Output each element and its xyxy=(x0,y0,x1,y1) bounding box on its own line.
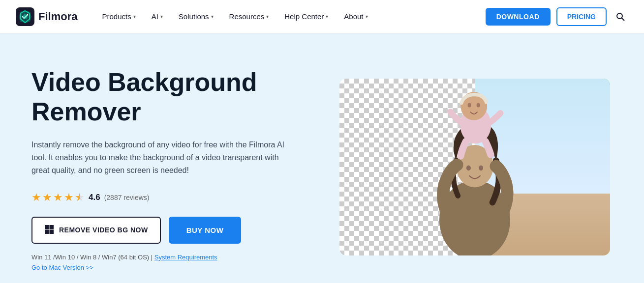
chevron-down-icon: ▾ xyxy=(211,14,214,19)
svg-rect-6 xyxy=(50,229,54,234)
nav-item-about[interactable]: About ▾ xyxy=(337,8,374,25)
system-requirements: Win 11 /Win 10 / Win 8 / Win7 (64 bit OS… xyxy=(31,254,317,261)
people-illustration xyxy=(367,87,583,255)
star-rating: ★ ★ ★ ★ ★ ★ xyxy=(31,191,85,204)
chevron-down-icon: ▾ xyxy=(366,14,368,19)
download-button[interactable]: DOWNLOAD xyxy=(486,8,551,26)
nav-label-solutions: Solutions xyxy=(179,12,209,21)
nav-item-solutions[interactable]: Solutions ▾ xyxy=(172,8,220,25)
nav-label-ai: AI xyxy=(152,12,158,21)
hero-title: Video Background Remover xyxy=(31,68,317,127)
logo-text: Filmora xyxy=(38,10,77,23)
search-button[interactable] xyxy=(613,9,628,25)
navbar: Filmora Products ▾ AI ▾ Solutions ▾ Reso… xyxy=(0,0,644,33)
star-3: ★ xyxy=(53,191,63,204)
search-icon xyxy=(615,12,625,22)
logo[interactable]: Filmora xyxy=(16,7,77,26)
nav-label-help-center: Help Center xyxy=(284,12,324,21)
svg-rect-5 xyxy=(45,229,49,234)
windows-icon xyxy=(44,225,54,236)
hero-image-area xyxy=(337,63,613,271)
cta-buttons: REMOVE VIDEO BG NOW BUY NOW xyxy=(31,217,317,244)
nav-item-products[interactable]: Products ▾ xyxy=(95,8,142,25)
hero-image xyxy=(339,79,610,255)
buy-now-button[interactable]: BUY NOW xyxy=(169,217,242,244)
mac-version-link[interactable]: Go to Mac Version >> xyxy=(31,264,317,271)
nav-label-products: Products xyxy=(102,12,131,21)
chevron-down-icon: ▾ xyxy=(326,14,328,19)
nav-actions: DOWNLOAD PRICING xyxy=(486,7,628,26)
rating-value: 4.6 xyxy=(89,193,100,202)
sys-req-text: Win 11 /Win 10 / Win 8 / Win7 (64 bit OS… xyxy=(31,254,154,261)
svg-rect-4 xyxy=(50,225,54,229)
star-2: ★ xyxy=(42,191,52,204)
nav-item-help-center[interactable]: Help Center ▾ xyxy=(277,8,335,25)
hero-section: Video Background Remover Instantly remov… xyxy=(0,33,644,283)
hero-content: Video Background Remover Instantly remov… xyxy=(31,63,317,271)
system-requirements-link[interactable]: System Requirements xyxy=(154,254,217,261)
chevron-down-icon: ▾ xyxy=(160,14,163,19)
chevron-down-icon: ▾ xyxy=(133,14,136,19)
nav-item-ai[interactable]: AI ▾ xyxy=(145,8,170,25)
remove-bg-label: REMOVE VIDEO BG NOW xyxy=(59,226,148,234)
nav-links: Products ▾ AI ▾ Solutions ▾ Resources ▾ … xyxy=(95,8,485,25)
svg-point-1 xyxy=(23,14,28,19)
rating-count: (2887 reviews) xyxy=(104,194,150,201)
rating-row: ★ ★ ★ ★ ★ ★ 4.6 (2887 reviews) xyxy=(31,191,317,204)
svg-point-11 xyxy=(479,165,483,170)
nav-label-resources: Resources xyxy=(229,12,265,21)
svg-point-10 xyxy=(466,165,471,170)
hero-description: Instantly remove the background of any v… xyxy=(31,139,287,177)
nav-item-resources[interactable]: Resources ▾ xyxy=(222,8,276,25)
svg-point-15 xyxy=(477,103,480,107)
star-4: ★ xyxy=(64,191,74,204)
svg-rect-3 xyxy=(45,225,49,229)
pricing-button[interactable]: PRICING xyxy=(556,7,607,26)
star-5-half: ★ ★ xyxy=(75,191,85,204)
star-1: ★ xyxy=(31,191,41,204)
remove-bg-button[interactable]: REMOVE VIDEO BG NOW xyxy=(31,217,161,244)
nav-label-about: About xyxy=(344,12,363,21)
svg-point-14 xyxy=(468,103,471,107)
chevron-down-icon: ▾ xyxy=(266,14,269,19)
